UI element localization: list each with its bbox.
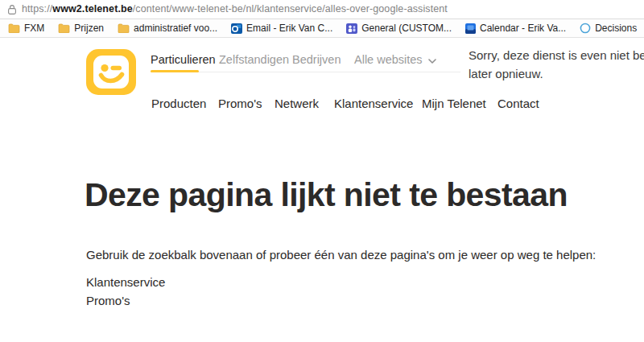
teams-icon: [346, 23, 357, 34]
nav-klantenservice[interactable]: Klantenservice: [334, 97, 413, 110]
nav-promos[interactable]: Promo's: [218, 97, 262, 110]
service-notice-line2: later opnieuw.: [469, 64, 644, 83]
bookmarks-bar: FXM Prijzen administratief voo... Email …: [0, 19, 644, 37]
url-text[interactable]: https://www2.telenet.be/content/www-tele…: [22, 3, 448, 14]
decisions-icon: [580, 23, 591, 34]
bookmark-decisions[interactable]: Decisions: [580, 23, 637, 34]
bookmark-label: Prijzen: [74, 23, 104, 34]
active-tab-underline: [151, 70, 199, 72]
bookmark-label: administratief voo...: [134, 23, 217, 34]
nav-netwerk[interactable]: Netwerk: [275, 97, 319, 110]
bookmark-label: FXM: [24, 23, 44, 34]
bookmark-label: Calendar - Erik Va...: [480, 23, 566, 34]
calendar-icon: [465, 23, 476, 34]
bookmark-administratief[interactable]: administratief voo...: [118, 23, 217, 34]
bookmarksbar-divider: [0, 37, 644, 38]
folder-icon: [118, 23, 130, 33]
bookmark-label: General (CUSTOM...: [361, 23, 452, 34]
link-klantenservice[interactable]: Klantenservice: [86, 275, 165, 289]
nav-mijn-telenet[interactable]: Mijn Telenet: [422, 97, 486, 110]
link-promos[interactable]: Promo's: [86, 294, 130, 307]
websites-dropdown[interactable]: Alle websites: [354, 53, 436, 66]
outlook-icon: [231, 23, 242, 34]
browser-window: https://www2.telenet.be/content/www-tele…: [0, 0, 644, 342]
bookmark-prijzen[interactable]: Prijzen: [58, 23, 104, 34]
service-notice: Sorry, deze dienst is even niet besch la…: [469, 46, 644, 83]
intro-text: Gebruik de zoekbalk bovenaan of probeer …: [86, 248, 596, 262]
page-title: Deze pagina lijkt niet te bestaan: [85, 176, 568, 214]
bookmark-label: Email - Erik Van C...: [246, 23, 332, 34]
tab-zelfstandigen[interactable]: Zelfstandigen: [219, 53, 289, 66]
nav-producten[interactable]: Producten: [151, 97, 206, 110]
url-path: /content/www-telenet-be/nl/klantenservic…: [133, 3, 448, 14]
telenet-logo[interactable]: [86, 49, 136, 95]
lock-icon: [7, 4, 17, 19]
nav-contact[interactable]: Contact: [497, 97, 539, 110]
bookmark-calendar[interactable]: Calendar - Erik Va...: [465, 23, 566, 34]
service-notice-line1: Sorry, deze dienst is even niet besch: [469, 46, 644, 64]
address-bar[interactable]: https://www2.telenet.be/content/www-tele…: [0, 0, 644, 19]
url-domain: www2.telenet.be: [52, 3, 132, 14]
chevron-down-icon: [428, 53, 436, 66]
tab-bedrijven[interactable]: Bedrijven: [292, 53, 341, 66]
url-scheme: https://: [22, 3, 52, 14]
websites-dropdown-label: Alle websites: [354, 53, 423, 66]
bookmark-fxm[interactable]: FXM: [8, 23, 44, 34]
folder-icon: [8, 23, 20, 33]
bookmark-email[interactable]: Email - Erik Van C...: [231, 23, 332, 34]
tab-particulieren[interactable]: Particulieren: [151, 53, 216, 66]
bookmark-general[interactable]: General (CUSTOM...: [346, 23, 452, 34]
folder-icon: [58, 23, 70, 33]
bookmark-label: Decisions: [595, 23, 637, 34]
